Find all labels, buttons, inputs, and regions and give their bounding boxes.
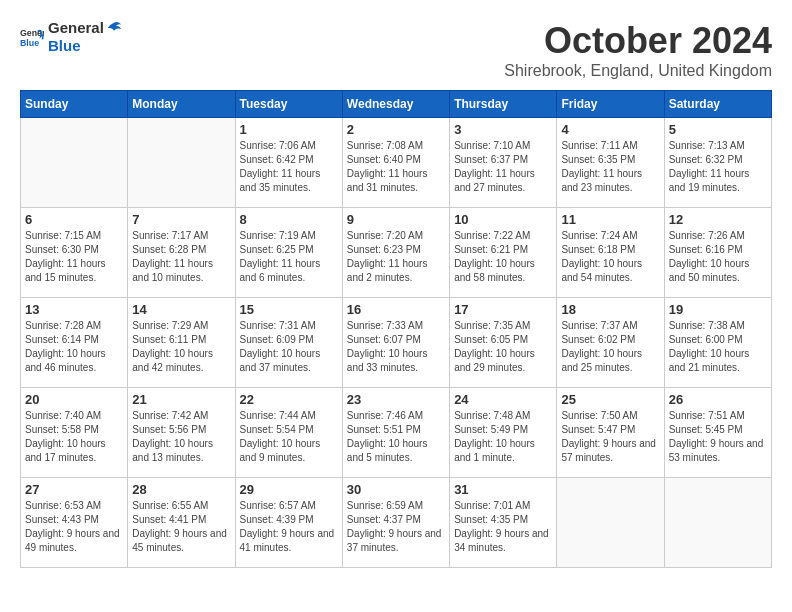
calendar-row: 27 Sunrise: 6:53 AM Sunset: 4:43 PM Dayl…: [21, 478, 772, 568]
day-info: Sunrise: 7:19 AM Sunset: 6:25 PM Dayligh…: [240, 229, 338, 285]
empty-cell: [21, 118, 128, 208]
day-number: 22: [240, 392, 338, 407]
day-info: Sunrise: 6:59 AM Sunset: 4:37 PM Dayligh…: [347, 499, 445, 555]
header-monday: Monday: [128, 91, 235, 118]
table-row: 16 Sunrise: 7:33 AM Sunset: 6:07 PM Dayl…: [342, 298, 449, 388]
table-row: 11 Sunrise: 7:24 AM Sunset: 6:18 PM Dayl…: [557, 208, 664, 298]
table-row: 12 Sunrise: 7:26 AM Sunset: 6:16 PM Dayl…: [664, 208, 771, 298]
table-row: 27 Sunrise: 6:53 AM Sunset: 4:43 PM Dayl…: [21, 478, 128, 568]
day-info: Sunrise: 7:48 AM Sunset: 5:49 PM Dayligh…: [454, 409, 552, 465]
header-thursday: Thursday: [450, 91, 557, 118]
day-number: 26: [669, 392, 767, 407]
month-title: October 2024: [504, 20, 772, 62]
day-info: Sunrise: 6:53 AM Sunset: 4:43 PM Dayligh…: [25, 499, 123, 555]
day-info: Sunrise: 7:37 AM Sunset: 6:02 PM Dayligh…: [561, 319, 659, 375]
day-info: Sunrise: 7:31 AM Sunset: 6:09 PM Dayligh…: [240, 319, 338, 375]
table-row: 7 Sunrise: 7:17 AM Sunset: 6:28 PM Dayli…: [128, 208, 235, 298]
day-info: Sunrise: 7:28 AM Sunset: 6:14 PM Dayligh…: [25, 319, 123, 375]
table-row: 1 Sunrise: 7:06 AM Sunset: 6:42 PM Dayli…: [235, 118, 342, 208]
day-number: 29: [240, 482, 338, 497]
table-row: 19 Sunrise: 7:38 AM Sunset: 6:00 PM Dayl…: [664, 298, 771, 388]
header-saturday: Saturday: [664, 91, 771, 118]
day-number: 10: [454, 212, 552, 227]
day-info: Sunrise: 6:55 AM Sunset: 4:41 PM Dayligh…: [132, 499, 230, 555]
day-info: Sunrise: 7:40 AM Sunset: 5:58 PM Dayligh…: [25, 409, 123, 465]
location-subtitle: Shirebrook, England, United Kingdom: [504, 62, 772, 80]
day-info: Sunrise: 7:20 AM Sunset: 6:23 PM Dayligh…: [347, 229, 445, 285]
header-sunday: Sunday: [21, 91, 128, 118]
table-row: 8 Sunrise: 7:19 AM Sunset: 6:25 PM Dayli…: [235, 208, 342, 298]
table-row: 22 Sunrise: 7:44 AM Sunset: 5:54 PM Dayl…: [235, 388, 342, 478]
table-row: 29 Sunrise: 6:57 AM Sunset: 4:39 PM Dayl…: [235, 478, 342, 568]
header: General Blue General Blue October 2024 S…: [20, 20, 772, 80]
day-info: Sunrise: 7:13 AM Sunset: 6:32 PM Dayligh…: [669, 139, 767, 195]
day-number: 6: [25, 212, 123, 227]
day-info: Sunrise: 7:26 AM Sunset: 6:16 PM Dayligh…: [669, 229, 767, 285]
day-info: Sunrise: 7:35 AM Sunset: 6:05 PM Dayligh…: [454, 319, 552, 375]
day-number: 21: [132, 392, 230, 407]
day-number: 19: [669, 302, 767, 317]
day-number: 5: [669, 122, 767, 137]
day-info: Sunrise: 7:22 AM Sunset: 6:21 PM Dayligh…: [454, 229, 552, 285]
day-number: 3: [454, 122, 552, 137]
logo-icon: General Blue: [20, 25, 44, 49]
svg-text:Blue: Blue: [20, 38, 39, 48]
day-number: 31: [454, 482, 552, 497]
table-row: 24 Sunrise: 7:48 AM Sunset: 5:49 PM Dayl…: [450, 388, 557, 478]
table-row: 3 Sunrise: 7:10 AM Sunset: 6:37 PM Dayli…: [450, 118, 557, 208]
day-info: Sunrise: 7:06 AM Sunset: 6:42 PM Dayligh…: [240, 139, 338, 195]
day-info: Sunrise: 7:17 AM Sunset: 6:28 PM Dayligh…: [132, 229, 230, 285]
table-row: 13 Sunrise: 7:28 AM Sunset: 6:14 PM Dayl…: [21, 298, 128, 388]
empty-cell: [128, 118, 235, 208]
table-row: 5 Sunrise: 7:13 AM Sunset: 6:32 PM Dayli…: [664, 118, 771, 208]
table-row: 18 Sunrise: 7:37 AM Sunset: 6:02 PM Dayl…: [557, 298, 664, 388]
table-row: 21 Sunrise: 7:42 AM Sunset: 5:56 PM Dayl…: [128, 388, 235, 478]
day-number: 20: [25, 392, 123, 407]
day-number: 14: [132, 302, 230, 317]
day-info: Sunrise: 7:01 AM Sunset: 4:35 PM Dayligh…: [454, 499, 552, 555]
calendar-row: 20 Sunrise: 7:40 AM Sunset: 5:58 PM Dayl…: [21, 388, 772, 478]
table-row: 31 Sunrise: 7:01 AM Sunset: 4:35 PM Dayl…: [450, 478, 557, 568]
day-info: Sunrise: 7:44 AM Sunset: 5:54 PM Dayligh…: [240, 409, 338, 465]
day-info: Sunrise: 6:57 AM Sunset: 4:39 PM Dayligh…: [240, 499, 338, 555]
day-number: 24: [454, 392, 552, 407]
day-number: 16: [347, 302, 445, 317]
day-number: 30: [347, 482, 445, 497]
day-number: 1: [240, 122, 338, 137]
day-number: 23: [347, 392, 445, 407]
empty-cell: [664, 478, 771, 568]
day-number: 13: [25, 302, 123, 317]
day-info: Sunrise: 7:15 AM Sunset: 6:30 PM Dayligh…: [25, 229, 123, 285]
day-number: 17: [454, 302, 552, 317]
day-number: 18: [561, 302, 659, 317]
calendar-table: Sunday Monday Tuesday Wednesday Thursday…: [20, 90, 772, 568]
table-row: 17 Sunrise: 7:35 AM Sunset: 6:05 PM Dayl…: [450, 298, 557, 388]
calendar-row: 13 Sunrise: 7:28 AM Sunset: 6:14 PM Dayl…: [21, 298, 772, 388]
day-number: 9: [347, 212, 445, 227]
day-info: Sunrise: 7:08 AM Sunset: 6:40 PM Dayligh…: [347, 139, 445, 195]
header-friday: Friday: [557, 91, 664, 118]
table-row: 20 Sunrise: 7:40 AM Sunset: 5:58 PM Dayl…: [21, 388, 128, 478]
day-info: Sunrise: 7:29 AM Sunset: 6:11 PM Dayligh…: [132, 319, 230, 375]
header-wednesday: Wednesday: [342, 91, 449, 118]
calendar-row: 6 Sunrise: 7:15 AM Sunset: 6:30 PM Dayli…: [21, 208, 772, 298]
day-number: 11: [561, 212, 659, 227]
logo: General Blue General Blue: [20, 20, 124, 55]
day-number: 15: [240, 302, 338, 317]
day-number: 27: [25, 482, 123, 497]
logo-text: General Blue: [48, 20, 124, 55]
table-row: 14 Sunrise: 7:29 AM Sunset: 6:11 PM Dayl…: [128, 298, 235, 388]
empty-cell: [557, 478, 664, 568]
table-row: 25 Sunrise: 7:50 AM Sunset: 5:47 PM Dayl…: [557, 388, 664, 478]
day-info: Sunrise: 7:42 AM Sunset: 5:56 PM Dayligh…: [132, 409, 230, 465]
day-number: 2: [347, 122, 445, 137]
table-row: 26 Sunrise: 7:51 AM Sunset: 5:45 PM Dayl…: [664, 388, 771, 478]
table-row: 9 Sunrise: 7:20 AM Sunset: 6:23 PM Dayli…: [342, 208, 449, 298]
day-info: Sunrise: 7:46 AM Sunset: 5:51 PM Dayligh…: [347, 409, 445, 465]
day-number: 7: [132, 212, 230, 227]
table-row: 10 Sunrise: 7:22 AM Sunset: 6:21 PM Dayl…: [450, 208, 557, 298]
table-row: 23 Sunrise: 7:46 AM Sunset: 5:51 PM Dayl…: [342, 388, 449, 478]
table-row: 30 Sunrise: 6:59 AM Sunset: 4:37 PM Dayl…: [342, 478, 449, 568]
day-info: Sunrise: 7:11 AM Sunset: 6:35 PM Dayligh…: [561, 139, 659, 195]
day-number: 12: [669, 212, 767, 227]
